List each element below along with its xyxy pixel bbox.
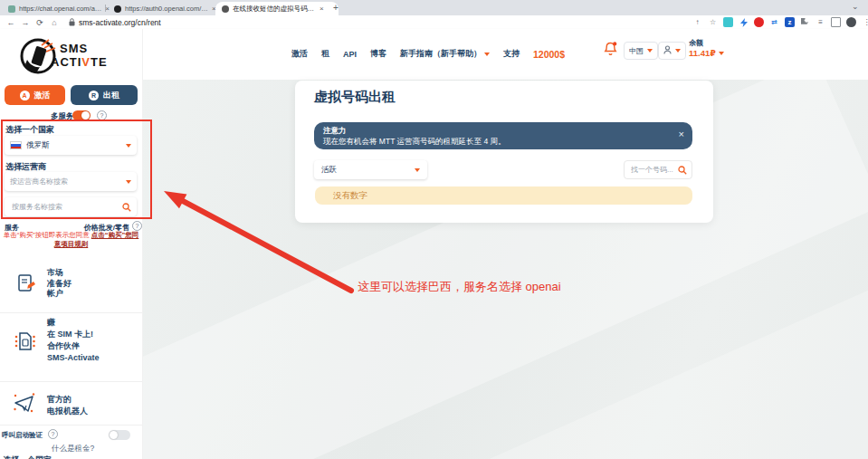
bookmark-star-icon[interactable]: ☆ bbox=[708, 17, 718, 27]
extensions-puzzle-icon[interactable] bbox=[800, 17, 810, 27]
call-verification-toggle[interactable] bbox=[109, 430, 130, 440]
extension-red-circle-icon[interactable] bbox=[754, 17, 764, 27]
balance-widget[interactable]: 余额 11.41₽ bbox=[689, 38, 724, 58]
status-filter-select[interactable]: 活跃 bbox=[314, 160, 427, 179]
sim-partner-link[interactable]: 赚 在 SIM 卡上! 合作伙伴 SMS-Activate bbox=[47, 317, 100, 364]
rent-badge-icon: R bbox=[89, 91, 99, 100]
annotation-text: 这里可以选择巴西，服务名选择 openai bbox=[358, 279, 561, 295]
browser-tab-chatgpt[interactable]: https://chat.openai.com/auth/l × bbox=[2, 2, 116, 15]
reading-list-icon[interactable]: ≡ bbox=[816, 17, 825, 27]
notice-close-icon[interactable]: × bbox=[679, 129, 684, 139]
search-icon bbox=[122, 199, 131, 215]
nav-blog[interactable]: 博客 bbox=[370, 48, 386, 60]
country-section-label: 选择一个国家 bbox=[5, 124, 54, 136]
chevron-down-icon bbox=[675, 49, 681, 53]
price-help-icon[interactable]: ? bbox=[132, 221, 142, 231]
operator-placeholder: 按运营商名称搜索 bbox=[10, 177, 126, 186]
what-is-rent-link[interactable]: 什么是租金? bbox=[52, 444, 94, 454]
language-selector[interactable]: 中国 bbox=[624, 42, 658, 60]
tab-title: https://auth0.openai.com/u/si bbox=[125, 5, 208, 13]
number-search-input[interactable] bbox=[629, 165, 678, 175]
nav-beginner-guide[interactable]: 新手指南（新手帮助） bbox=[400, 48, 490, 60]
market-accounts-icon[interactable] bbox=[16, 273, 36, 297]
purchase-terms-note: 单击“购买”按钮即表示您同意 点击“购买”您同意项目规则 bbox=[2, 231, 140, 248]
sms-activate-favicon-icon bbox=[222, 5, 229, 13]
country-select[interactable]: 俄罗斯 bbox=[5, 136, 137, 155]
divider bbox=[0, 381, 142, 382]
extension-lightning-icon[interactable] bbox=[739, 17, 749, 27]
chevron-down-icon bbox=[647, 49, 653, 53]
logo-text-acti: ACTI bbox=[51, 55, 81, 69]
browser-tab-auth0[interactable]: https://auth0.openai.com/u/si × bbox=[108, 2, 225, 15]
chevron-down-icon bbox=[126, 180, 131, 184]
multi-service-help-icon[interactable]: ? bbox=[97, 110, 107, 120]
divider bbox=[0, 312, 142, 313]
notice-text: 现在您有机会将 MTT 运营商号码的租期延长至 4 周。 bbox=[323, 137, 683, 148]
nav-api[interactable]: API bbox=[343, 50, 357, 59]
activate-button[interactable]: A 激活 bbox=[5, 85, 65, 105]
new-tab-button[interactable]: + bbox=[333, 3, 339, 13]
side-panel-icon[interactable] bbox=[831, 17, 841, 27]
rent-button[interactable]: R 出租 bbox=[71, 85, 138, 105]
call-verification-help-icon[interactable]: ? bbox=[48, 429, 58, 439]
logo-text-v: V bbox=[81, 55, 91, 69]
profile-avatar[interactable] bbox=[846, 17, 856, 27]
tab-search-chevron-icon[interactable]: ⌄ bbox=[852, 2, 859, 11]
tab-title: https://chat.openai.com/auth/l bbox=[19, 5, 101, 13]
balance-value: 11.41₽ bbox=[689, 48, 716, 58]
notification-bell-icon[interactable] bbox=[603, 41, 618, 61]
sidebar: SMS ACTIVTE A 激活 R 出租 多服务 ? 选择一个国家 俄罗斯 选… bbox=[0, 29, 143, 459]
extension-teal-icon[interactable] bbox=[723, 17, 733, 27]
tab-divider bbox=[105, 5, 106, 12]
call-verification-label: 呼叫启动验证 bbox=[2, 431, 43, 440]
browser-extension-bar: ↑ ☆ ⇄ z ≡ ⋮ bbox=[692, 17, 868, 27]
home-icon[interactable]: ⌂ bbox=[47, 18, 62, 27]
person-icon bbox=[663, 45, 672, 56]
tab-close-icon[interactable]: × bbox=[320, 5, 324, 13]
chevron-down-icon bbox=[719, 52, 724, 55]
logo-text-ate: TE bbox=[91, 55, 108, 69]
extension-z-icon[interactable]: z bbox=[785, 17, 795, 27]
tab-title: 在线接收短信的虚拟号码 - SMS bbox=[233, 5, 316, 14]
reload-icon[interactable]: ⟳ bbox=[33, 18, 47, 27]
browser-tab-strip: https://chat.openai.com/auth/l × https:/… bbox=[0, 0, 868, 15]
extension-swap-icon[interactable]: ⇄ bbox=[769, 17, 779, 27]
page-title: 虚拟号码出租 bbox=[314, 89, 396, 106]
service-search-input[interactable] bbox=[10, 202, 122, 212]
notice-title: 注意力 bbox=[323, 126, 683, 137]
empty-state-banner: 没有数字 bbox=[315, 186, 692, 205]
nav-support[interactable]: 支持 bbox=[503, 48, 520, 60]
country-value: 俄罗斯 bbox=[26, 140, 126, 151]
notice-banner: 注意力 现在您有机会将 MTT 运营商号码的租期延长至 4 周。 × bbox=[314, 122, 692, 149]
lock-icon bbox=[69, 18, 75, 26]
multi-service-label: 多服务 bbox=[51, 111, 74, 122]
back-icon[interactable]: ← bbox=[4, 18, 18, 27]
activation-badge-icon: A bbox=[20, 91, 30, 100]
sim-partner-icon[interactable] bbox=[13, 330, 36, 357]
filter-value: 活跃 bbox=[321, 165, 415, 176]
promo-amount[interactable]: 12000$ bbox=[533, 49, 565, 60]
operator-select[interactable]: 按运营商名称搜索 bbox=[5, 172, 137, 191]
url-text[interactable]: sms-activate.org/cn/rent bbox=[79, 18, 161, 27]
openai-favicon-icon bbox=[114, 5, 121, 13]
sms-activate-logo[interactable]: SMS ACTIVTE bbox=[18, 34, 136, 80]
chevron-down-icon bbox=[415, 168, 420, 172]
nav-rent[interactable]: 租 bbox=[321, 48, 329, 60]
forward-icon[interactable]: → bbox=[18, 18, 33, 27]
telegram-bot-icon[interactable] bbox=[13, 391, 36, 418]
service-search-box[interactable] bbox=[5, 197, 137, 216]
search-icon bbox=[678, 162, 687, 178]
telegram-bot-link[interactable]: 官方的 电报机器人 bbox=[47, 394, 88, 417]
browser-tab-sms-activate[interactable]: 在线接收短信的虚拟号码 - SMS × bbox=[215, 2, 339, 15]
multi-service-toggle[interactable] bbox=[72, 110, 91, 120]
chevron-down-icon bbox=[484, 53, 490, 56]
russia-flag-icon bbox=[10, 141, 22, 149]
divider bbox=[0, 425, 142, 426]
number-search-box[interactable] bbox=[624, 160, 692, 179]
share-icon[interactable]: ↑ bbox=[692, 17, 702, 27]
account-menu[interactable] bbox=[658, 42, 686, 60]
clipped-bottom-label: 选择一个国家 bbox=[3, 454, 52, 459]
market-accounts-link[interactable]: 市场 准备好 帐户 bbox=[47, 268, 72, 300]
nav-activation[interactable]: 激活 bbox=[291, 48, 308, 60]
browser-menu-kebab-icon[interactable]: ⋮ bbox=[862, 17, 868, 27]
